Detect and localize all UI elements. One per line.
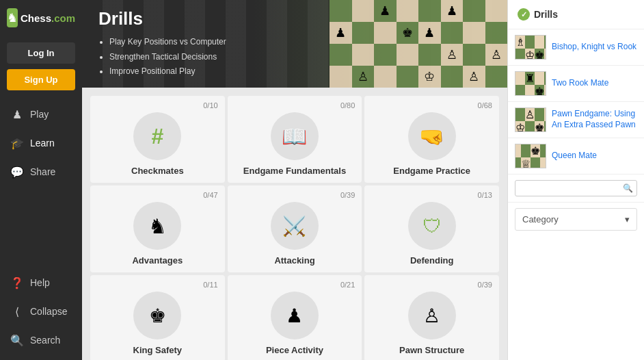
board-cell: ♙ — [352, 66, 375, 88]
rs-item-queen-mate[interactable]: ♚ ♕ ♔ Queen Mate — [508, 138, 644, 175]
board-cell: ♟ — [330, 22, 352, 44]
help-icon: ❓ — [10, 275, 25, 290]
sidebar-auth-buttons: Log In Sign Up — [0, 36, 82, 97]
rs-thumbnail-1: ♜ ♚ ♖♔ — [515, 71, 546, 96]
drill-name-king-safety: King Safety — [133, 345, 183, 355]
hero-banner: ♟ ♟ ♟ ♚ ♟ ♙ ♙ ♙ — [82, 0, 507, 88]
board-cell — [441, 66, 464, 88]
drill-card-advantages[interactable]: 0/47 ♞ Advantages — [90, 185, 225, 272]
rs-item-bishop-knight[interactable]: ♗♜ ♔♚ Bishop, Knight vs Rook — [508, 29, 644, 66]
board-cell: ♙ — [485, 44, 508, 66]
rs-category-dropdown[interactable]: Category ▾ — [515, 208, 637, 231]
hero-bullet-2: Strengthen Tactical Decisions — [109, 50, 226, 65]
sidebar-item-play[interactable]: ♟ Play — [0, 100, 82, 129]
rs-thumbnail-0: ♗♜ ♔♚ — [515, 35, 546, 60]
board-cell — [463, 44, 485, 66]
board-cell — [463, 0, 485, 22]
sidebar-item-learn[interactable]: 🎓 Learn — [0, 129, 82, 157]
board-cell — [485, 22, 508, 44]
sidebar-item-label-help: Help — [30, 277, 50, 288]
sidebar-item-collapse[interactable]: ⟨ Collapse — [0, 297, 82, 326]
board-cell — [352, 22, 375, 44]
drill-progress-checkmates: 0/10 — [203, 101, 217, 110]
drill-card-pawn-structure[interactable]: 0/39 ♙ Pawn Structure — [364, 275, 499, 360]
board-cell — [330, 66, 352, 88]
board-cell: ♟ — [441, 0, 464, 22]
drill-card-attacking[interactable]: 0/39 ⚔️ Attacking — [228, 185, 362, 272]
board-cell — [441, 22, 464, 44]
hero-text: Drills Play Key Positions vs Computer St… — [82, 0, 243, 88]
board-cell — [374, 22, 397, 44]
drill-card-endgame-practice[interactable]: 0/68 🤜 Endgame Practice — [364, 96, 499, 183]
rs-search-input[interactable] — [515, 180, 637, 196]
sidebar-item-help[interactable]: ❓ Help — [0, 268, 82, 297]
logo-tld: .com — [51, 12, 75, 24]
sidebar-item-search[interactable]: 🔍 Search — [0, 326, 82, 355]
drill-name-endgame-fundamentals: Endgame Fundamentals — [243, 166, 346, 176]
sidebar-search-icon: 🔍 — [10, 333, 25, 348]
drill-name-advantages: Advantages — [132, 255, 183, 266]
rs-header: ✓ Drills — [508, 0, 644, 29]
hero-title: Drills — [98, 8, 226, 29]
board-cell — [374, 44, 397, 66]
drill-card-checkmates[interactable]: 0/10 # Checkmates — [90, 96, 225, 183]
rs-item-two-rook-mate[interactable]: ♜ ♚ ♖♔ Two Rook Mate — [508, 66, 644, 102]
drill-name-pawn-structure: Pawn Structure — [399, 345, 464, 355]
rs-search-icon: 🔍 — [623, 183, 633, 193]
rs-item-title-1: Two Rook Mate — [552, 78, 608, 89]
board-cell — [352, 44, 375, 66]
signup-button[interactable]: Sign Up — [7, 69, 75, 90]
drill-name-defending: Defending — [410, 255, 454, 266]
rs-item-title-0: Bishop, Knight vs Rook — [552, 42, 636, 53]
logo-icon: ♞ — [7, 8, 18, 27]
board-cell — [397, 0, 419, 22]
drill-icon-endgame-fundamentals: 📖 — [271, 112, 319, 160]
board-cell — [330, 44, 352, 66]
drills-section: 0/10 # Checkmates 0/80 📖 Endgame Fundame… — [82, 88, 507, 360]
board-cell: ♙ — [441, 44, 464, 66]
drill-progress-attacking: 0/39 — [340, 191, 355, 199]
drills-check-icon: ✓ — [518, 8, 530, 21]
main-content: ♟ ♟ ♟ ♚ ♟ ♙ ♙ ♙ — [82, 0, 507, 360]
share-icon: 💬 — [10, 164, 25, 179]
sidebar-item-label-share: Share — [30, 166, 55, 177]
sidebar-item-share[interactable]: 💬 Share — [0, 157, 82, 186]
sidebar-item-label-learn: Learn — [30, 138, 55, 149]
drill-icon-checkmates: # — [133, 112, 181, 160]
login-button[interactable]: Log In — [7, 42, 75, 64]
drill-card-piece-activity[interactable]: 0/21 ♟ Piece Activity — [228, 275, 362, 360]
drill-name-attacking: Attacking — [274, 255, 314, 266]
drill-name-checkmates: Checkmates — [131, 166, 184, 176]
drill-progress-piece-activity: 0/21 — [340, 281, 355, 289]
collapse-icon: ⟨ — [10, 304, 25, 319]
learn-icon: 🎓 — [10, 136, 25, 151]
rs-thumbnail-3: ♚ ♕ ♔ — [515, 144, 546, 168]
drill-progress-advantages: 0/47 — [203, 191, 217, 199]
rs-thumbnail-2: ♙ ♔♚ — [515, 107, 546, 132]
drill-card-defending[interactable]: 0/13 🛡 Defending — [364, 185, 499, 272]
rs-search-container: 🔍 — [508, 175, 644, 203]
drill-icon-attacking: ⚔️ — [271, 202, 319, 250]
drill-progress-endgame-fundamentals: 0/80 — [340, 101, 355, 110]
rs-category-label: Category — [522, 214, 559, 224]
rs-category-chevron-icon: ▾ — [625, 214, 630, 224]
rs-item-pawn-endgame[interactable]: ♙ ♔♚ Pawn Endgame: Using An Extra Passed… — [508, 102, 644, 138]
logo: ♞ Chess.com — [0, 0, 82, 36]
board-cell — [330, 0, 352, 22]
board-cell — [374, 66, 397, 88]
sidebar-item-label-search: Search — [30, 335, 60, 346]
board-cell — [485, 66, 508, 88]
hero-bullet-3: Improve Positional Play — [109, 64, 226, 79]
rs-header-label: Drills — [534, 9, 558, 20]
drill-card-king-safety[interactable]: 0/11 ♚ King Safety — [90, 275, 225, 360]
hero-chess-board: ♟ ♟ ♟ ♚ ♟ ♙ ♙ ♙ — [330, 0, 507, 88]
drill-card-endgame-fundamentals[interactable]: 0/80 📖 Endgame Fundamentals — [228, 96, 362, 183]
board-cell: ♟ — [418, 22, 441, 44]
sidebar: ♞ Chess.com Log In Sign Up ♟ Play 🎓 Lear… — [0, 0, 82, 360]
drill-progress-endgame-practice: 0/68 — [478, 101, 492, 110]
drill-icon-endgame-practice: 🤜 — [408, 112, 456, 160]
sidebar-item-label-play: Play — [30, 109, 49, 120]
board-cell — [463, 22, 485, 44]
logo-text: Chess.com — [21, 12, 75, 24]
drill-name-endgame-practice: Endgame Practice — [393, 166, 470, 176]
